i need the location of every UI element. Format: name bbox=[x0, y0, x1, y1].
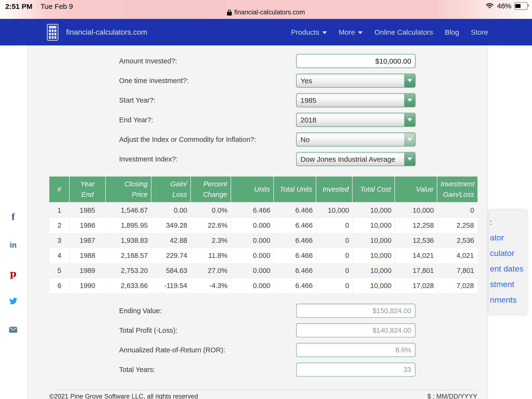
nav-item-label[interactable]: Blog bbox=[445, 28, 459, 36]
wifi-icon bbox=[485, 3, 494, 9]
nav-item-more[interactable]: More bbox=[339, 28, 363, 36]
nav-menu: ProductsMoreOnline CalculatorsBlogStore bbox=[291, 19, 488, 45]
results-table: #YearEndClosingPriceGain/LossPercentChan… bbox=[49, 177, 477, 293]
investment-index-select[interactable]: Dow Jones Industrial Average bbox=[296, 152, 416, 166]
table-cell: 10,000 bbox=[316, 203, 352, 218]
table-cell: -119.54 bbox=[151, 278, 191, 293]
table-cell: 10,000 bbox=[352, 203, 395, 218]
table-cell: 6 bbox=[49, 278, 69, 293]
header-line: # bbox=[53, 184, 66, 195]
nav-item-online-calculators[interactable]: Online Calculators bbox=[374, 28, 433, 36]
table-cell: 0.000 bbox=[231, 248, 274, 263]
result-value: 8.6% bbox=[395, 346, 411, 354]
nav-item-label[interactable]: Store bbox=[471, 28, 488, 36]
brand[interactable]: financial-calculators.com bbox=[47, 19, 147, 45]
table-row-1986: 219861,895.95349.2822.6%0.0006.466010,00… bbox=[49, 218, 477, 233]
table-cell: 0.000 bbox=[231, 263, 274, 278]
table-cell: 2 bbox=[49, 218, 69, 233]
table-cell: 7,801 bbox=[437, 263, 477, 278]
end-year-select[interactable]: 2018 bbox=[296, 113, 416, 127]
table-cell: 6.466 bbox=[274, 218, 316, 233]
header-line: Year bbox=[73, 179, 102, 190]
input-value: $10,000.00 bbox=[375, 57, 411, 65]
column-header-units: Units bbox=[231, 177, 273, 202]
table-cell: 0.000 bbox=[231, 233, 274, 248]
table-row-1988: 419882,168.57229.7411.8%0.0006.466010,00… bbox=[49, 248, 477, 263]
url-text[interactable]: financial-calculators.com bbox=[234, 9, 305, 16]
table-cell: 349.28 bbox=[151, 218, 191, 233]
select-dropdown-button[interactable] bbox=[404, 94, 415, 107]
field-label: Start Year?: bbox=[119, 96, 155, 104]
brand-text[interactable]: financial-calculators.com bbox=[66, 28, 147, 37]
email-icon[interactable] bbox=[9, 325, 18, 334]
total-profit-loss-output: $140,824.00 bbox=[296, 323, 416, 337]
select-dropdown-button[interactable] bbox=[404, 113, 415, 127]
start-year-select[interactable]: 1985 bbox=[296, 93, 416, 108]
footer-divider bbox=[55, 390, 477, 390]
column-header-gain-loss: Gain/Loss bbox=[152, 177, 190, 202]
address-bar[interactable]: financial-calculators.com bbox=[0, 9, 532, 16]
header-line: Change bbox=[194, 190, 227, 200]
table-row-1990: 619902,633.66-119.54-4.3%0.0006.466010,0… bbox=[49, 278, 477, 293]
nav-item-products[interactable]: Products bbox=[291, 28, 327, 36]
annualized-rate-of-return-ror-output: 8.6% bbox=[296, 343, 416, 357]
battery-fill bbox=[515, 4, 520, 8]
column-header-investment-gain-loss: InvestmentGain/Loss bbox=[437, 177, 477, 202]
result-label: Total Years: bbox=[119, 366, 155, 374]
ending-value-output: $150,824.00 bbox=[296, 304, 416, 318]
select-value: Dow Jones Industrial Average bbox=[297, 153, 404, 166]
table-cell: 17,028 bbox=[395, 278, 437, 293]
table-cell: 11.8% bbox=[191, 248, 231, 263]
table-cell: 27.0% bbox=[191, 263, 231, 278]
chevron-down-icon bbox=[407, 138, 412, 141]
select-dropdown-button[interactable] bbox=[404, 153, 415, 166]
ios-status-bar: 2:51 PM Tue Feb 9 46% financial-calculat… bbox=[0, 0, 532, 19]
column-header-year-end: YearEnd bbox=[70, 177, 105, 202]
column-header-total-units: Total Units bbox=[274, 177, 316, 202]
select-dropdown-button[interactable] bbox=[404, 74, 415, 87]
panel-text-clipped: : bbox=[488, 214, 527, 230]
table-row-1987: 319871,938.8342.882.3%0.0006.466010,0001… bbox=[49, 233, 477, 248]
table-cell: 10,000 bbox=[395, 203, 437, 218]
amount-invested-input[interactable]: $10,000.00 bbox=[296, 54, 416, 68]
table-cell: 0.000 bbox=[231, 278, 274, 293]
chevron-down-icon bbox=[407, 99, 412, 102]
nav-item-label[interactable]: Products bbox=[291, 28, 319, 36]
related-link-clipped[interactable]: ent dates bbox=[488, 261, 527, 277]
table-cell: 6.466 bbox=[274, 203, 316, 218]
nav-item-label[interactable]: Online Calculators bbox=[374, 28, 433, 36]
table-cell: 0 bbox=[316, 263, 352, 278]
lock-icon bbox=[227, 12, 232, 16]
table-cell: 17,801 bbox=[395, 263, 437, 278]
table-cell: 1,546.67 bbox=[105, 203, 151, 218]
related-link-clipped[interactable]: stment bbox=[488, 277, 527, 292]
column-header-invested: Invested bbox=[316, 177, 352, 202]
linkedin-icon[interactable]: in bbox=[10, 241, 17, 249]
table-cell: 0 bbox=[316, 218, 352, 233]
table-cell: 6.466 bbox=[274, 278, 316, 293]
field-label: Adjust the Index or Commodity for Inflat… bbox=[119, 136, 256, 144]
facebook-icon[interactable]: f bbox=[12, 212, 15, 221]
table-cell: 2,536 bbox=[437, 233, 477, 248]
column-header-value: Value bbox=[395, 177, 437, 202]
related-link-clipped[interactable]: nments bbox=[488, 292, 527, 308]
one-time-investment-select[interactable]: Yes bbox=[296, 74, 416, 88]
header-line: Percent bbox=[194, 179, 227, 190]
table-cell: 229.74 bbox=[151, 248, 191, 263]
table-cell: 1987 bbox=[69, 233, 105, 248]
twitter-icon[interactable] bbox=[9, 297, 18, 306]
table-cell: 1 bbox=[49, 203, 69, 218]
result-value: 33 bbox=[404, 366, 411, 374]
related-link-clipped[interactable]: ator bbox=[488, 230, 527, 245]
nav-item-label[interactable]: More bbox=[339, 28, 355, 36]
nav-item-store[interactable]: Store bbox=[471, 28, 488, 36]
pinterest-icon[interactable]: p bbox=[10, 269, 17, 278]
result-row-total-years: Total Years:33 bbox=[28, 360, 488, 379]
table-row-1985: 119851,546.670.000.0%6.4666.46610,00010,… bbox=[49, 203, 477, 218]
related-link-clipped[interactable]: culator bbox=[488, 245, 527, 261]
form-row-investment-index: Investment Index?:Dow Jones Industrial A… bbox=[28, 149, 488, 169]
nav-item-blog[interactable]: Blog bbox=[445, 28, 459, 36]
field-label: One time investment?: bbox=[119, 77, 189, 85]
result-label: Annualized Rate-of-Return (ROR): bbox=[119, 346, 225, 354]
column-header-: # bbox=[49, 177, 69, 202]
